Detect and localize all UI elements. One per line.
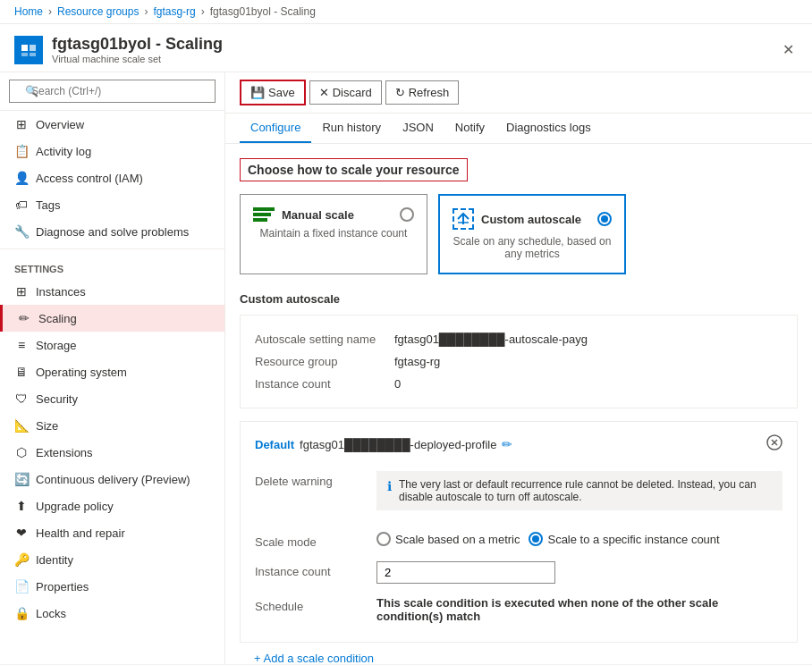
breadcrumb-home[interactable]: Home [14, 5, 43, 18]
nav-size[interactable]: 📐 Size [0, 412, 224, 439]
breadcrumb-fgtasg-rg[interactable]: fgtasg-rg [153, 5, 195, 18]
resource-header: fgtasg01byol - Scaling Virtual machine s… [0, 24, 812, 72]
discard-button[interactable]: ✕ Discard [309, 80, 382, 105]
tab-configure[interactable]: Configure [240, 114, 311, 143]
custom-scale-radio[interactable] [597, 212, 612, 226]
cd-icon: 🔄 [14, 472, 29, 486]
nav-tags-label: Tags [36, 198, 60, 212]
scale-instance-label: Scale to a specific instance count [547, 533, 719, 546]
refresh-button[interactable]: ↻ Refresh [385, 80, 460, 105]
nav-operating-system[interactable]: 🖥 Operating system [0, 358, 224, 385]
nav-diagnose-label: Diagnose and solve problems [36, 225, 189, 239]
tab-notify[interactable]: Notify [444, 114, 495, 143]
nav-diagnose[interactable]: 🔧 Diagnose and solve problems [0, 218, 224, 245]
nav-os-label: Operating system [36, 366, 127, 379]
nav-storage[interactable]: ≡ Storage [0, 332, 224, 358]
nav-security[interactable]: 🛡 Security [0, 385, 224, 412]
diagnose-icon: 🔧 [14, 224, 29, 239]
nav-overview[interactable]: ⊞ Overview [0, 111, 224, 138]
instance-count-label: Instance count [255, 561, 362, 578]
nav-health-label: Health and repair [36, 526, 125, 540]
search-input[interactable] [9, 80, 216, 103]
tab-json[interactable]: JSON [392, 114, 444, 143]
manual-scale-desc: Maintain a fixed instance count [253, 227, 414, 240]
content-tabs: Configure Run history JSON Notify Diagno… [225, 114, 812, 144]
scale-metric-radio[interactable] [376, 532, 391, 546]
scaling-icon: ✏ [17, 311, 31, 325]
profile-name: fgtasg01████████-deployed-profile [300, 438, 496, 451]
scale-instance-option[interactable]: Scale to a specific instance count [529, 532, 719, 546]
info-label-rg: Resource group [255, 355, 380, 368]
nav-scaling-label: Scaling [38, 312, 77, 325]
nav-size-label: Size [36, 419, 58, 433]
info-row-instance: Instance count 0 [255, 373, 782, 395]
manual-scale-option[interactable]: Manual scale Maintain a fixed instance c… [240, 194, 427, 274]
save-label: Save [268, 86, 295, 99]
nav-activity-log[interactable]: 📋 Activity log [0, 138, 224, 164]
nav-upgrade-policy[interactable]: ⬆ Upgrade policy [0, 492, 224, 519]
nav-health-repair[interactable]: ❤ Health and repair [0, 519, 224, 546]
upgrade-icon: ⬆ [14, 499, 29, 513]
discard-label: Discard [333, 86, 372, 99]
breadcrumb-resource-groups[interactable]: Resource groups [57, 5, 139, 18]
edit-profile-icon[interactable]: ✏ [502, 437, 512, 451]
save-icon: 💾 [250, 86, 265, 99]
resource-subtitle: Virtual machine scale set [52, 54, 223, 64]
nav-locks[interactable]: 🔒 Locks [0, 600, 224, 627]
autoscale-section-label: Custom autoscale [240, 292, 798, 306]
size-icon: 📐 [14, 418, 29, 433]
manual-scale-icon [253, 207, 275, 222]
nav-access-control-label: Access control (IAM) [36, 172, 143, 185]
scale-mode-row: Scale mode Scale based on a metric Scale… [255, 526, 782, 555]
svg-rect-1 [30, 45, 36, 51]
schedule-value: This scale condition is executed when no… [376, 596, 782, 623]
resource-icon [14, 36, 43, 64]
scale-instance-radio[interactable] [529, 532, 543, 546]
instance-count-row: Instance count [255, 555, 782, 590]
nav-locks-label: Locks [36, 607, 66, 620]
nav-security-label: Security [36, 392, 78, 406]
tab-diagnostics[interactable]: Diagnostics logs [495, 114, 602, 143]
sidebar-divider-1 [0, 248, 224, 249]
add-scale-condition[interactable]: + Add a scale condition [240, 643, 798, 664]
discard-icon: ✕ [319, 86, 329, 99]
instance-count-input[interactable] [376, 561, 555, 584]
nav-access-control[interactable]: 👤 Access control (IAM) [0, 164, 224, 191]
nav-overview-label: Overview [36, 118, 84, 131]
svg-rect-3 [30, 53, 36, 56]
schedule-label: Schedule [255, 596, 362, 613]
activity-log-icon: 📋 [14, 144, 29, 158]
save-button[interactable]: 💾 Save [240, 80, 306, 105]
info-value-instance: 0 [394, 377, 401, 391]
nav-properties[interactable]: 📄 Properties [0, 573, 224, 600]
info-table: Autoscale setting name fgtasg01████████-… [240, 315, 798, 408]
nav-continuous-delivery[interactable]: 🔄 Continuous delivery (Preview) [0, 466, 224, 492]
nav-instances-label: Instances [36, 285, 86, 299]
nav-tags[interactable]: 🏷 Tags [0, 191, 224, 218]
close-button[interactable]: ✕ [779, 38, 798, 62]
scale-header: Choose how to scale your resource [240, 158, 468, 181]
security-icon: 🛡 [14, 391, 29, 406]
nav-upgrade-label: Upgrade policy [36, 500, 114, 513]
nav-extensions-label: Extensions [36, 446, 93, 459]
manual-scale-title: Manual scale [282, 208, 354, 222]
scale-metric-option[interactable]: Scale based on a metric [376, 532, 520, 546]
info-row-name: Autoscale setting name fgtasg01████████-… [255, 328, 782, 350]
nav-scaling[interactable]: ✏ Scaling [0, 305, 224, 332]
delete-profile-icon[interactable] [766, 434, 782, 454]
nav-cd-label: Continuous delivery (Preview) [36, 473, 190, 486]
instances-icon: ⊞ [14, 284, 29, 299]
manual-scale-radio[interactable] [400, 207, 414, 222]
nav-extensions[interactable]: ⬡ Extensions [0, 439, 224, 466]
nav-activity-log-label: Activity log [36, 145, 91, 158]
extensions-icon: ⬡ [14, 445, 29, 459]
storage-icon: ≡ [14, 338, 29, 352]
tab-run-history[interactable]: Run history [311, 114, 392, 143]
scale-metric-label: Scale based on a metric [395, 533, 520, 546]
custom-autoscale-option[interactable]: Custom autoscale Scale on any schedule, … [438, 194, 626, 274]
schedule-row: Schedule This scale condition is execute… [255, 590, 782, 629]
nav-instances[interactable]: ⊞ Instances [0, 278, 224, 305]
nav-identity[interactable]: 🔑 Identity [0, 546, 224, 573]
main-content: 💾 Save ✕ Discard ↻ Refresh Configure Run… [225, 72, 812, 664]
sidebar-search-area: 🔍 [0, 72, 224, 111]
